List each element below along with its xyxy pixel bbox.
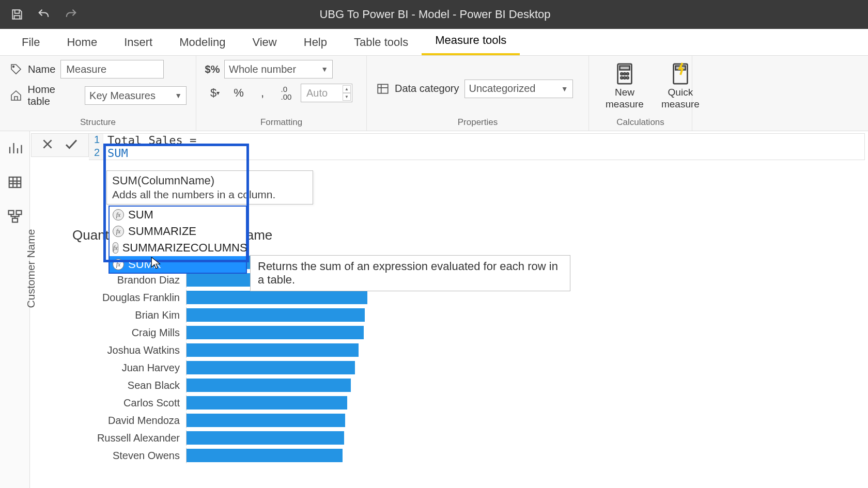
chart-bar <box>187 449 343 462</box>
new-measure-button[interactable]: New measure <box>598 60 651 117</box>
quick-calculator-icon <box>669 62 692 86</box>
chart-bar-row[interactable]: Russell Alexander <box>72 430 434 446</box>
svg-rect-13 <box>8 211 13 215</box>
chart-bar-row[interactable]: Douglas Franklin <box>72 290 434 305</box>
chart-bar <box>187 291 367 304</box>
intellisense-item[interactable]: fxSUMMARIZECOLUMNS <box>110 240 246 256</box>
chart-y-axis-label: Customer Name <box>25 201 37 336</box>
chart-bar-label: Carlos Scott <box>72 397 186 409</box>
ribbon: Name Home table Key Measures ▼ Structure… <box>0 56 868 131</box>
chart-bar <box>187 396 347 410</box>
ribbon-group-properties: Data category Uncategorized ▼ Properties <box>367 56 589 131</box>
quick-access-toolbar <box>9 7 79 22</box>
chart-bar-row[interactable]: Steven Owens <box>72 448 434 463</box>
formula-bar: 1Total Sales = 2SUM <box>31 133 865 160</box>
report-view-button[interactable] <box>0 131 29 165</box>
intellisense-tooltip: SUM(ColumnName) Adds all the numbers in … <box>106 170 313 204</box>
chart-bar <box>187 326 364 339</box>
tab-view[interactable]: View <box>239 29 290 55</box>
chart-bar-label: Joshua Watkins <box>72 344 186 356</box>
decimal-icon[interactable]: .0.00 <box>277 84 296 102</box>
chart-bar-track <box>186 290 434 305</box>
measure-name-input[interactable] <box>60 60 164 78</box>
intellisense-side-tooltip: Returns the sum of an expression evaluat… <box>250 255 570 291</box>
tab-help[interactable]: Help <box>290 29 340 55</box>
chart-bar-label: Russell Alexander <box>72 432 186 444</box>
chart-bar-row[interactable]: Carlos Scott <box>72 395 434 411</box>
formula-editor[interactable]: 1Total Sales = 2SUM <box>89 133 865 160</box>
table-icon <box>376 82 390 96</box>
spin-up-icon[interactable]: ▲ <box>343 85 351 93</box>
data-category-label: Data category <box>395 83 459 95</box>
svg-rect-3 <box>619 66 629 70</box>
percent-button[interactable]: % <box>229 84 248 102</box>
formula-line-2: SUM <box>103 147 128 160</box>
chart-bar-label: Sean Black <box>72 380 186 391</box>
ribbon-group-calculations: New measure Quick measure Calculations <box>589 56 692 131</box>
formula-line-1: Total Sales = <box>103 134 196 147</box>
svg-point-4 <box>621 73 623 75</box>
group-label-structure: Structure <box>9 117 187 129</box>
thousands-button[interactable]: , <box>253 84 272 102</box>
chart-bar-label: Brian Kim <box>72 309 186 321</box>
svg-rect-1 <box>378 84 388 93</box>
function-icon: fx <box>113 209 124 221</box>
format-icon: $% <box>206 62 219 76</box>
chart-bar-track <box>186 413 434 428</box>
chevron-down-icon: ▼ <box>175 91 182 100</box>
format-select[interactable]: Whole number ▼ <box>224 60 333 78</box>
cancel-formula-button[interactable] <box>41 137 54 153</box>
chart-bar <box>187 414 345 427</box>
tab-insert[interactable]: Insert <box>111 29 166 55</box>
commit-formula-button[interactable] <box>64 136 79 154</box>
data-category-value: Uncategorized <box>469 83 536 95</box>
tag-icon <box>9 62 23 76</box>
svg-point-7 <box>621 77 623 79</box>
intellisense-item[interactable]: fxSUMMARIZE <box>110 223 246 240</box>
chart-bar-row[interactable]: Sean Black <box>72 377 434 393</box>
tab-modeling[interactable]: Modeling <box>166 29 239 55</box>
function-icon: fx <box>113 259 124 270</box>
data-view-button[interactable] <box>0 165 29 199</box>
save-icon[interactable] <box>9 7 25 22</box>
group-label-properties: Properties <box>376 117 579 129</box>
svg-point-9 <box>627 77 629 79</box>
chart-bar-row[interactable]: Joshua Watkins <box>72 342 434 358</box>
chart-bar-track <box>186 377 434 393</box>
home-table-select[interactable]: Key Measures ▼ <box>85 86 187 105</box>
spin-down-icon[interactable]: ▼ <box>343 93 351 101</box>
data-category-select[interactable]: Uncategorized ▼ <box>464 80 573 98</box>
chart-bar-row[interactable]: Craig Mills <box>72 325 434 340</box>
tab-measure-tools[interactable]: Measure tools <box>422 27 520 55</box>
tab-table-tools[interactable]: Table tools <box>340 29 422 55</box>
function-icon: fx <box>113 226 124 237</box>
svg-rect-12 <box>9 177 21 187</box>
intellisense-item[interactable]: fxSUMX <box>110 256 246 273</box>
home-table-label: Home table <box>28 84 80 107</box>
tab-file[interactable]: File <box>8 29 53 55</box>
tab-home[interactable]: Home <box>53 29 111 55</box>
chart-bar-track <box>186 395 434 411</box>
quick-measure-button[interactable]: Quick measure <box>654 60 707 117</box>
chart-bar-row[interactable]: David Mendoza <box>72 413 434 428</box>
chart-bar-row[interactable]: Juan Harvey <box>72 360 434 375</box>
chart-bar-track <box>186 325 434 340</box>
decimal-places-input[interactable]: Auto ▲▼ <box>301 84 352 102</box>
currency-button[interactable]: $ ▾ <box>206 84 224 102</box>
redo-icon[interactable] <box>63 7 79 22</box>
intellisense-item-label: SUMMARIZECOLUMNS <box>122 241 247 255</box>
svg-point-8 <box>624 77 626 79</box>
formula-actions <box>31 133 89 157</box>
intellisense-item[interactable]: fxSUM <box>110 207 246 223</box>
chart-bar-row[interactable]: Brian Kim <box>72 307 434 323</box>
group-label-formatting: Formatting <box>206 117 357 129</box>
title-bar: UBG To Power BI - Model - Power BI Deskt… <box>0 0 868 29</box>
chart-bar-track <box>186 430 434 446</box>
chart-bar-label: Craig Mills <box>72 327 186 339</box>
chart-bar <box>187 361 355 374</box>
home-icon <box>9 89 23 102</box>
chart-bar-label: Steven Owens <box>72 450 186 462</box>
intellisense-list[interactable]: fxSUMfxSUMMARIZEfxSUMMARIZECOLUMNSfxSUMX <box>109 206 247 274</box>
undo-icon[interactable] <box>36 7 52 22</box>
tooltip-signature: SUM(ColumnName) <box>112 174 307 187</box>
